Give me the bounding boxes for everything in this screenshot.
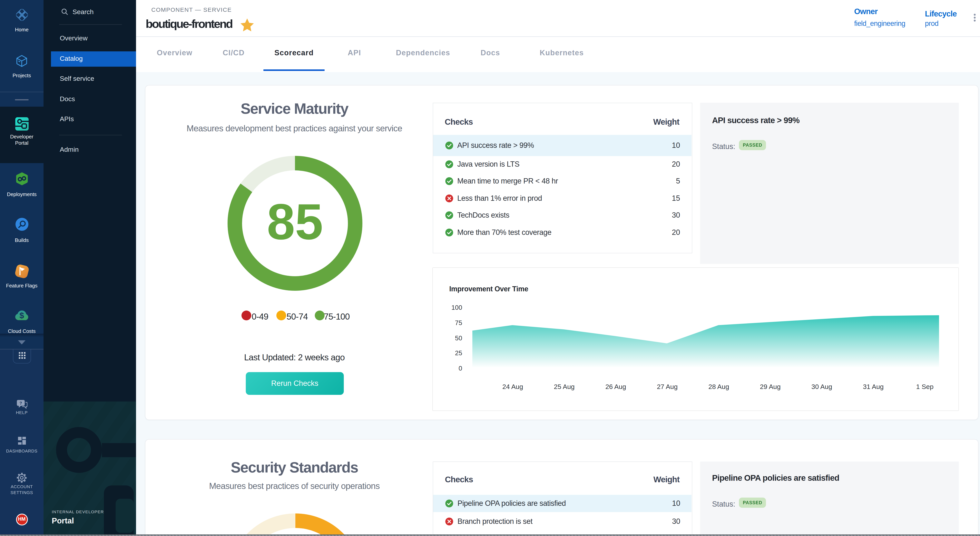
svg-text:$: $ bbox=[19, 311, 24, 320]
svg-text:?: ? bbox=[19, 401, 22, 406]
